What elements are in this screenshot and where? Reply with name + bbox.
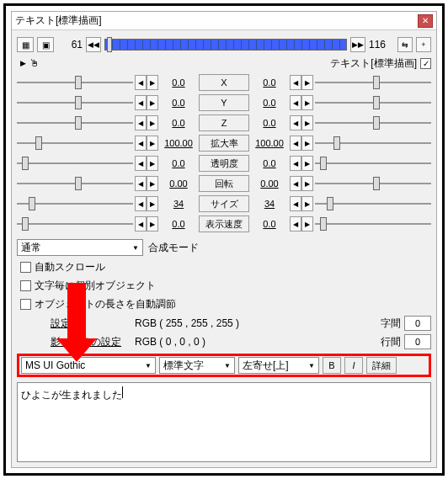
left-slider[interactable] — [17, 157, 133, 170]
right-spin-up[interactable]: ▶ — [301, 95, 313, 110]
timeline-icon-a[interactable]: ▦ — [17, 37, 34, 52]
right-spin-down[interactable]: ◀ — [290, 95, 301, 110]
left-slider[interactable] — [17, 177, 133, 190]
left-slider[interactable] — [17, 96, 133, 109]
right-spin-down[interactable]: ◀ — [290, 156, 301, 171]
left-spin-up[interactable]: ▶ — [147, 156, 158, 171]
prop-name-button[interactable]: Y — [199, 94, 249, 111]
right-spin-down[interactable]: ◀ — [290, 115, 301, 130]
auto-scroll-checkbox[interactable] — [20, 262, 31, 273]
chevron-down-icon: ▼ — [132, 244, 139, 252]
left-spin-up[interactable]: ▶ — [147, 196, 158, 211]
left-value[interactable]: 100.00 — [160, 136, 197, 151]
italic-button[interactable]: I — [344, 357, 363, 374]
right-slider[interactable] — [315, 157, 431, 170]
right-value[interactable]: 100.00 — [251, 136, 288, 151]
right-value[interactable]: 0.0 — [251, 75, 288, 90]
expand-icon[interactable]: ▶ — [20, 59, 26, 67]
font-align-dropdown[interactable]: 左寄せ[上] ▼ — [238, 357, 319, 374]
left-spin-up[interactable]: ▶ — [147, 95, 158, 110]
timeline-icon-b[interactable]: ▣ — [37, 37, 54, 52]
left-slider[interactable] — [17, 136, 133, 150]
font-controls-row: MS UI Gothic ▼ 標準文字 ▼ 左寄せ[上] ▼ B I 詳細 — [17, 354, 431, 377]
left-spin-down[interactable]: ◀ — [135, 176, 147, 191]
right-slider[interactable] — [315, 197, 431, 210]
left-value[interactable]: 0.00 — [160, 176, 197, 191]
left-spin-up[interactable]: ▶ — [147, 115, 158, 130]
right-spin-down[interactable]: ◀ — [290, 136, 301, 151]
auto-adjust-checkbox[interactable] — [20, 299, 31, 310]
shadow-settings-link[interactable]: 影・縁色の設定 — [51, 335, 135, 349]
toggle-b[interactable]: + — [416, 37, 431, 52]
seek-forward[interactable]: ▶▶ — [350, 37, 365, 52]
close-button[interactable]: ✕ — [418, 14, 433, 28]
right-spin-up[interactable]: ▶ — [301, 115, 313, 130]
prop-name-button[interactable]: 拡大率 — [199, 135, 249, 152]
right-spin-up[interactable]: ▶ — [301, 136, 313, 151]
bold-button[interactable]: B — [323, 357, 341, 374]
left-value[interactable]: 34 — [160, 196, 197, 211]
left-spin-down[interactable]: ◀ — [135, 95, 147, 110]
prop-name-button[interactable]: サイズ — [199, 195, 249, 212]
left-spin-down[interactable]: ◀ — [135, 216, 147, 232]
left-slider[interactable] — [17, 76, 133, 89]
prop-name-button[interactable]: 表示速度 — [199, 216, 249, 232]
left-spin-up[interactable]: ▶ — [147, 216, 158, 232]
seek-back[interactable]: ◀◀ — [86, 37, 101, 52]
right-spin-up[interactable]: ▶ — [301, 196, 313, 211]
left-slider[interactable] — [17, 197, 133, 210]
toggle-a[interactable]: ⇆ — [397, 37, 413, 52]
prop-name-button[interactable]: Z — [199, 114, 249, 131]
left-spin-down[interactable]: ◀ — [135, 115, 147, 130]
left-slider[interactable] — [17, 217, 133, 231]
left-spin-up[interactable]: ▶ — [147, 176, 158, 191]
right-slider[interactable] — [315, 136, 431, 150]
right-spin-up[interactable]: ▶ — [301, 156, 313, 171]
left-value[interactable]: 0.0 — [160, 75, 197, 90]
left-value[interactable]: 0.0 — [160, 95, 197, 110]
right-slider[interactable] — [315, 116, 431, 130]
left-value[interactable]: 0.0 — [160, 216, 197, 232]
left-value[interactable]: 0.0 — [160, 115, 197, 130]
prop-name-button[interactable]: 回転 — [199, 175, 249, 192]
right-spin-down[interactable]: ◀ — [290, 196, 301, 211]
right-slider[interactable] — [315, 177, 431, 190]
char-spacing-input[interactable] — [404, 316, 431, 331]
layer-checkbox[interactable]: ✓ — [420, 58, 431, 69]
right-slider[interactable] — [315, 217, 431, 231]
text-input-area[interactable]: ひよこが生まれました — [17, 382, 431, 462]
right-value[interactable]: 0.0 — [251, 95, 288, 110]
timeline-thumb[interactable] — [107, 37, 112, 52]
right-value[interactable]: 34 — [251, 196, 288, 211]
left-spin-down[interactable]: ◀ — [135, 75, 147, 90]
left-spin-up[interactable]: ▶ — [147, 75, 158, 90]
right-spin-up[interactable]: ▶ — [301, 176, 313, 191]
left-spin-down[interactable]: ◀ — [135, 136, 147, 151]
prop-name-button[interactable]: 透明度 — [199, 155, 249, 172]
left-spin-down[interactable]: ◀ — [135, 196, 147, 211]
details-button[interactable]: 詳細 — [366, 357, 397, 374]
left-spin-down[interactable]: ◀ — [135, 156, 147, 171]
timeline-track[interactable] — [104, 39, 347, 51]
right-spin-down[interactable]: ◀ — [290, 75, 301, 90]
right-value[interactable]: 0.00 — [251, 176, 288, 191]
font-decor-dropdown[interactable]: 標準文字 ▼ — [159, 357, 235, 374]
per-char-checkbox[interactable] — [20, 280, 31, 291]
right-spin-down[interactable]: ◀ — [290, 176, 301, 191]
right-spin-down[interactable]: ◀ — [290, 216, 301, 232]
prop-name-button[interactable]: X — [199, 74, 249, 91]
right-value[interactable]: 0.0 — [251, 115, 288, 130]
right-slider[interactable] — [315, 76, 431, 89]
left-slider[interactable] — [17, 116, 133, 130]
line-spacing-input[interactable] — [404, 334, 431, 349]
right-spin-up[interactable]: ▶ — [301, 216, 313, 232]
right-slider[interactable] — [315, 96, 431, 109]
left-value[interactable]: 0.0 — [160, 156, 197, 171]
left-spin-up[interactable]: ▶ — [147, 136, 158, 151]
right-spin-up[interactable]: ▶ — [301, 75, 313, 90]
blend-mode-dropdown[interactable]: 通常 ▼ — [17, 239, 143, 256]
right-value[interactable]: 0.0 — [251, 156, 288, 171]
font-family-dropdown[interactable]: MS UI Gothic ▼ — [21, 357, 156, 374]
right-value[interactable]: 0.0 — [251, 216, 288, 232]
color-settings-link[interactable]: 設定 — [51, 317, 135, 331]
